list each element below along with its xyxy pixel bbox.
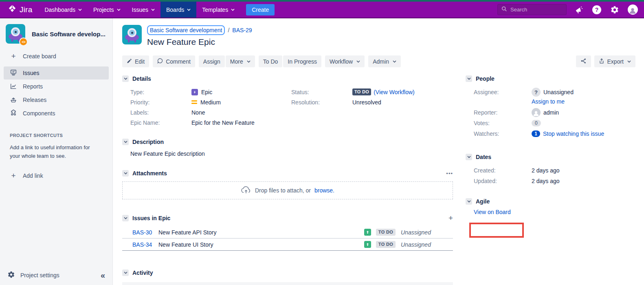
watchers-count-badge[interactable]: 1 (532, 130, 540, 137)
todo-transition-button[interactable]: To Do (259, 55, 283, 67)
attachments-section: Attachments ••• Drop files to attach, or… (122, 169, 453, 199)
epic-issue-row[interactable]: BAS-30 New Feature API Story TO DO Unass… (122, 226, 453, 239)
stop-watching-link[interactable]: Stop watching this issue (543, 130, 604, 137)
admin-button[interactable]: Admin (368, 55, 401, 67)
chevron-down-icon (393, 60, 396, 63)
collapse-section-icon[interactable] (466, 154, 472, 160)
nav-item-issues[interactable]: Issues (126, 2, 160, 18)
breadcrumb-issue-link[interactable]: BAS-29 (232, 27, 252, 33)
avatar-iris (13, 29, 18, 35)
avatar-pupil (131, 32, 133, 34)
search-input[interactable] (510, 7, 563, 13)
transition-group: To Do In Progress (259, 55, 321, 67)
created-label: Created: (474, 167, 532, 174)
dates-section: Dates Created: 2 days ago Updated: 2 day… (466, 153, 637, 186)
epic-name-value: Epic for the New Feature (191, 119, 291, 126)
nav-item-label: Dashboards (44, 7, 75, 13)
issue-project-avatar (122, 25, 142, 44)
user-avatar[interactable] (627, 4, 638, 15)
add-link-button[interactable]: + Add link (0, 169, 112, 183)
view-workflow-link[interactable]: (View Workflow) (374, 89, 415, 95)
admin-button-label: Admin (373, 58, 389, 65)
in-progress-transition-button[interactable]: In Progress (283, 55, 321, 67)
nav-item-label: Projects (93, 7, 114, 13)
collapse-section-icon[interactable] (122, 139, 129, 145)
people-section-header: People (466, 75, 637, 83)
create-board-button[interactable]: + Create board (0, 49, 112, 63)
share-button[interactable] (576, 55, 591, 67)
project-shortcuts-text: Add a link to useful information for you… (10, 144, 98, 161)
workflow-button[interactable]: Workflow (325, 55, 365, 67)
issues-in-epic-list: BAS-30 New Feature API Story TO DO Unass… (122, 226, 453, 251)
issue-summary[interactable]: New Feature API Story (158, 229, 364, 236)
issue-summary[interactable]: New Feature UI Story (158, 241, 364, 248)
sidebar-item-releases[interactable]: Releases (4, 93, 109, 106)
issue-key-link[interactable]: BAS-30 (132, 229, 158, 236)
breadcrumb-project-link[interactable]: Basic Software development (147, 25, 225, 35)
export-button[interactable]: Export (594, 55, 635, 67)
create-button[interactable]: Create (246, 4, 275, 15)
add-link-label: Add link (23, 172, 43, 179)
comment-button[interactable]: Comment (153, 55, 195, 67)
collapse-section-icon[interactable] (122, 75, 129, 82)
more-button[interactable]: More (226, 55, 255, 67)
add-issue-icon[interactable]: + (448, 214, 453, 223)
sidebar-item-issues[interactable]: Issues (4, 66, 109, 80)
avatar-iris (129, 30, 135, 35)
description-text[interactable]: New Feature Epic description (130, 150, 453, 157)
user-avatar-icon (628, 4, 638, 15)
sidebar-item-components[interactable]: Components (4, 107, 109, 120)
collapse-section-icon[interactable] (466, 198, 472, 205)
collapse-section-icon[interactable] (122, 270, 129, 276)
dates-section-header: Dates (466, 153, 637, 161)
people-section: People Assignee: ? Unassigned Assign to … (466, 75, 637, 139)
collapse-section-icon[interactable] (122, 170, 129, 177)
collapse-section-icon[interactable] (466, 75, 472, 82)
resolution-value: Unresolved (352, 99, 453, 106)
sidebar-item-label: Components (23, 110, 55, 117)
project-avatar[interactable]: <> (6, 24, 25, 44)
assign-button[interactable]: Assign (199, 55, 225, 67)
announcements-icon[interactable] (573, 4, 585, 15)
epic-issue-row[interactable]: BAS-34 New Feature UI Story TO DO Unassi… (122, 239, 453, 251)
project-sidebar: <> Basic Software develop... + Create bo… (0, 18, 113, 285)
nav-item-boards[interactable]: Boards (160, 2, 196, 18)
issue-toolbar-right: Export (576, 55, 635, 67)
jira-logo-icon (7, 4, 17, 15)
jira-logo[interactable]: Jira (0, 2, 39, 18)
attachments-more-icon[interactable]: ••• (446, 170, 453, 177)
chevron-down-icon (78, 9, 82, 11)
collapse-sidebar-icon[interactable]: « (101, 271, 105, 280)
activity-tabs-placeholder (122, 282, 453, 285)
search-box[interactable] (497, 4, 567, 15)
help-icon[interactable]: ? (591, 4, 602, 15)
cloud-upload-icon (241, 186, 251, 196)
nav-item-projects[interactable]: Projects (88, 2, 126, 18)
issue-key-link[interactable]: BAS-34 (132, 241, 158, 248)
attachments-dropzone[interactable]: Drop files to attach, or browse. (122, 181, 453, 199)
issues-icon (10, 69, 17, 77)
collapse-section-icon[interactable] (122, 215, 129, 221)
avatar-eye (11, 27, 20, 36)
people-fields: Assignee: ? Unassigned Assign to me Repo… (466, 87, 637, 139)
releases-icon (10, 96, 17, 104)
edit-button[interactable]: Edit (122, 55, 149, 67)
browse-link[interactable]: browse. (314, 187, 334, 194)
details-section: Details Type: Epic Status: TO DO (View W… (122, 75, 453, 128)
sidebar-item-reports[interactable]: Reports (4, 80, 109, 93)
votes-count-badge[interactable]: 0 (532, 120, 541, 126)
project-settings-label[interactable]: Project settings (20, 272, 59, 278)
avatar-leg (128, 40, 130, 42)
sidebar-item-label: Releases (23, 97, 46, 103)
priority-medium-icon (191, 99, 197, 106)
export-button-label: Export (607, 58, 624, 65)
nav-item-templates[interactable]: Templates (196, 2, 240, 18)
nav-item-dashboards[interactable]: Dashboards (39, 2, 88, 18)
comment-button-label: Comment (166, 58, 191, 65)
assign-to-me-link[interactable]: Assign to me (532, 98, 565, 105)
view-on-board-link[interactable]: View on Board (474, 209, 511, 215)
settings-gear-icon[interactable] (609, 4, 620, 15)
details-row: Priority: Medium Resolution: Unresolved (122, 97, 453, 107)
description-section-title: Description (132, 139, 164, 145)
updated-value: 2 days ago (532, 178, 560, 184)
